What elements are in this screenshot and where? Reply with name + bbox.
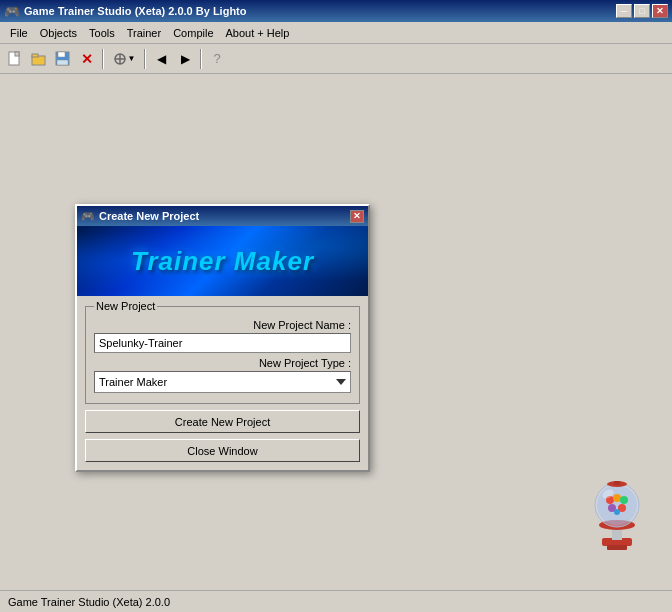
dialog-title-bar: 🎮 Create New Project ✕ (77, 206, 368, 226)
svg-point-21 (614, 509, 620, 515)
group-box-label: New Project (94, 300, 157, 312)
project-type-select[interactable]: Trainer Maker Cheat Engine Table Memory … (94, 371, 351, 393)
project-name-input[interactable] (94, 333, 351, 353)
gumball-machine-icon (582, 470, 652, 555)
window-controls: ─ □ ✕ (616, 4, 668, 18)
app-icon: 🎮 (4, 4, 20, 19)
forward-button[interactable]: ▶ (174, 48, 196, 70)
delete-icon: ✕ (81, 51, 93, 67)
title-bar: 🎮 Game Trainer Studio (Xeta) 2.0.0 By Li… (0, 0, 672, 22)
menu-file[interactable]: File (4, 25, 34, 41)
menu-about[interactable]: About + Help (220, 25, 296, 41)
toolbar-separator-1 (102, 49, 104, 69)
new-project-group: New Project New Project Name : New Proje… (85, 306, 360, 404)
save-button[interactable] (52, 48, 74, 70)
create-project-dialog: 🎮 Create New Project ✕ Trainer Maker New… (75, 204, 370, 472)
svg-point-17 (613, 494, 621, 502)
close-window-button[interactable]: Close Window (85, 439, 360, 462)
menu-tools[interactable]: Tools (83, 25, 121, 41)
svg-rect-6 (57, 60, 68, 65)
new-icon (7, 51, 23, 67)
menu-trainer[interactable]: Trainer (121, 25, 167, 41)
banner-title: Trainer Maker (131, 246, 314, 277)
svg-rect-3 (32, 54, 38, 57)
dialog-close-icon-button[interactable]: ✕ (350, 210, 364, 223)
dialog-content: New Project New Project Name : New Proje… (77, 296, 368, 470)
toolbar-separator-3 (200, 49, 202, 69)
svg-point-15 (597, 485, 637, 525)
open-icon (31, 51, 47, 67)
create-new-project-button[interactable]: Create New Project (85, 410, 360, 433)
close-button[interactable]: ✕ (652, 4, 668, 18)
svg-point-18 (620, 496, 628, 504)
svg-rect-24 (614, 481, 620, 485)
dialog-title: Create New Project (99, 210, 199, 222)
forward-icon: ▶ (181, 52, 190, 66)
dialog-banner: Trainer Maker (77, 226, 368, 296)
toolbar: ✕ ▼ ◀ ▶ ? (0, 44, 672, 74)
tools-icon (113, 52, 127, 66)
dropdown-arrow-icon: ▼ (128, 54, 136, 63)
open-button[interactable] (28, 48, 50, 70)
tools-dropdown-button[interactable]: ▼ (108, 48, 140, 70)
back-button[interactable]: ◀ (150, 48, 172, 70)
help-icon: ? (213, 51, 220, 66)
minimize-button[interactable]: ─ (616, 4, 632, 18)
app-title: Game Trainer Studio (Xeta) 2.0.0 By Ligh… (24, 5, 247, 17)
help-button[interactable]: ? (206, 48, 228, 70)
dialog-icon: 🎮 (81, 210, 95, 223)
svg-rect-5 (58, 52, 65, 57)
decoration-image (582, 470, 662, 560)
new-button[interactable] (4, 48, 26, 70)
save-icon (55, 51, 71, 67)
back-icon: ◀ (157, 52, 166, 66)
delete-button[interactable]: ✕ (76, 48, 98, 70)
project-type-label: New Project Type : (94, 357, 351, 369)
menu-objects[interactable]: Objects (34, 25, 83, 41)
menu-compile[interactable]: Compile (167, 25, 219, 41)
svg-rect-1 (15, 52, 19, 56)
toolbar-separator-2 (144, 49, 146, 69)
project-name-label: New Project Name : (94, 319, 351, 331)
menu-bar: File Objects Tools Trainer Compile About… (0, 22, 672, 44)
main-area: 🎮 Create New Project ✕ Trainer Maker New… (0, 74, 672, 590)
svg-rect-11 (607, 545, 627, 550)
maximize-button[interactable]: □ (634, 4, 650, 18)
status-text: Game Trainer Studio (Xeta) 2.0.0 (8, 596, 170, 608)
status-bar: Game Trainer Studio (Xeta) 2.0.0 (0, 590, 672, 612)
